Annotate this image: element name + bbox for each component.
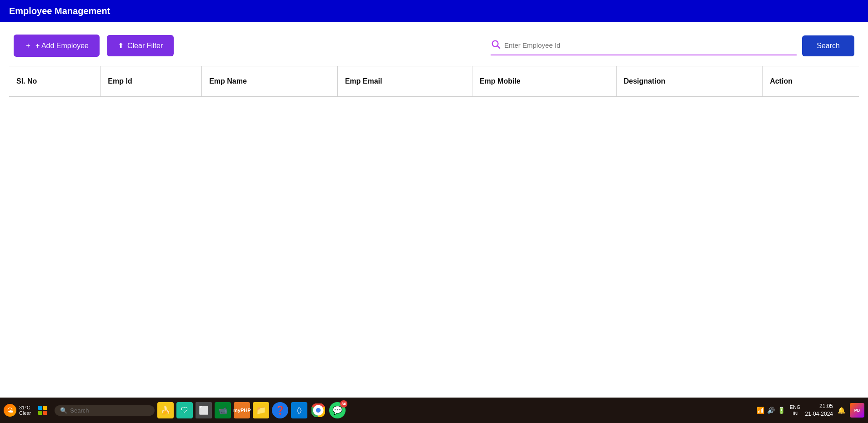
weather-temp: 31°C	[19, 405, 31, 410]
clear-filter-label: Clear Filter	[127, 42, 163, 50]
taskbar-app-files[interactable]: 📁	[253, 402, 269, 418]
employee-id-search-input[interactable]	[504, 41, 797, 49]
search-input-wrapper	[491, 36, 797, 55]
notification-icon[interactable]: 🔔	[838, 407, 845, 414]
taskbar-app-pb[interactable]: PB	[850, 403, 864, 418]
col-emp-email: Emp Email	[337, 66, 472, 97]
battery-icon[interactable]: 🔋	[778, 407, 785, 414]
clear-filter-button[interactable]: ⬆ Clear Filter	[107, 35, 174, 56]
language-region: IN	[790, 410, 801, 417]
taskbar-app-window-switcher[interactable]: ⬜	[196, 402, 212, 418]
taskbar-search-wrapper: 🔍	[55, 405, 155, 416]
add-employee-button[interactable]: ＋ + Add Employee	[14, 35, 100, 57]
col-designation: Designation	[616, 66, 762, 97]
col-emp-id: Emp Id	[100, 66, 202, 97]
page-title: Employee Management	[9, 6, 110, 16]
app-header: Employee Management	[0, 0, 868, 22]
weather-widget: 🌤 31°C Clear	[4, 404, 31, 417]
current-date: 21-04-2024	[805, 410, 833, 418]
weather-icon: 🌤	[4, 404, 16, 417]
taskbar-right-area: 📶 🔊 🔋 ENG IN 21:05 21-04-2024 🔔 PB	[757, 403, 864, 418]
add-icon: ＋	[25, 41, 32, 50]
language-code: ENG	[790, 404, 801, 410]
svg-point-4	[316, 408, 321, 413]
wifi-icon[interactable]: 📶	[757, 407, 764, 414]
col-sl-no: Sl. No	[9, 66, 100, 97]
taskbar-app-myphp[interactable]: myPHP	[234, 402, 250, 418]
current-time: 21:05	[805, 403, 833, 410]
col-action: Action	[763, 66, 859, 97]
search-button[interactable]: Search	[802, 35, 854, 56]
language-widget[interactable]: ENG IN	[790, 404, 801, 417]
employee-table: Sl. No Emp Id Emp Name Emp Email Emp Mob…	[9, 66, 859, 97]
system-tray: 📶 🔊 🔋	[757, 407, 785, 414]
search-icon	[491, 39, 501, 52]
taskbar-app-help[interactable]: ❓	[272, 402, 288, 418]
clock-widget: 21:05 21-04-2024	[805, 403, 833, 418]
taskbar-app-meet[interactable]: 📹	[215, 402, 231, 418]
weather-desc: Clear	[19, 410, 31, 416]
employee-table-container: Sl. No Emp Id Emp Name Emp Email Emp Mob…	[0, 66, 868, 97]
col-emp-mobile: Emp Mobile	[472, 66, 616, 97]
taskbar-search-input[interactable]	[70, 407, 138, 414]
taskbar-app-vscode[interactable]: 〈〉	[291, 402, 307, 418]
add-employee-label: + Add Employee	[35, 42, 89, 50]
taskbar-app-whatsapp[interactable]: 💬 36	[329, 402, 346, 418]
taskbar: 🌤 31°C Clear 🔍 🍌 🛡 ⬜ 📹 myPHP 📁	[0, 398, 868, 423]
col-emp-name: Emp Name	[202, 66, 338, 97]
table-header-row: Sl. No Emp Id Emp Name Emp Email Emp Mob…	[9, 66, 859, 97]
taskbar-app-banana[interactable]: 🍌	[157, 402, 174, 418]
start-button[interactable]	[34, 403, 52, 418]
taskbar-app-chrome[interactable]	[310, 402, 326, 418]
taskbar-app-teal[interactable]: 🛡	[176, 402, 193, 418]
weather-info: 31°C Clear	[19, 405, 31, 416]
upload-icon: ⬆	[118, 41, 124, 50]
taskbar-search-icon: 🔍	[60, 407, 67, 414]
toolbar: ＋ + Add Employee ⬆ Clear Filter Search	[0, 22, 868, 66]
volume-icon[interactable]: 🔊	[767, 407, 775, 414]
svg-line-1	[497, 46, 500, 48]
search-area: Search	[491, 35, 854, 56]
windows-icon	[38, 406, 47, 415]
